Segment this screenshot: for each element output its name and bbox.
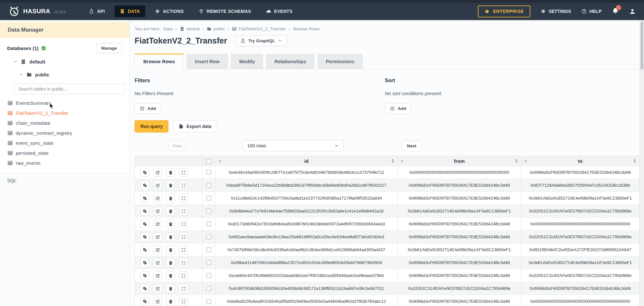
breadcrumb-item-public[interactable]: public xyxy=(207,26,225,31)
edit-row-button[interactable] xyxy=(153,181,162,190)
scrollbar-thumb[interactable] xyxy=(640,22,643,70)
sidebar-item-table-fiattokenv2-2-transfer[interactable]: FiatTokenV2_2_Transfer xyxy=(0,108,129,118)
collapse-column-icon[interactable] xyxy=(400,159,404,163)
breadcrumb-item-browse-rows[interactable]: Browse Rows xyxy=(293,26,320,31)
tab-browse-rows[interactable]: Browse Rows xyxy=(135,54,184,69)
run-query-button[interactable]: Run query xyxy=(135,120,168,133)
breadcrumb-item-fiattokenv2-2-transfer[interactable]: FiatTokenV2_2_Transfer xyxy=(232,26,286,31)
clone-row-button[interactable] xyxy=(140,297,149,306)
sort-column-icon[interactable] xyxy=(632,159,637,163)
delete-row-button[interactable] xyxy=(166,207,175,215)
settings-button[interactable]: SETTINGS xyxy=(541,9,571,14)
row-checkbox[interactable] xyxy=(206,183,211,188)
sidebar-item-schema-public[interactable]: public xyxy=(0,68,129,81)
delete-row-button[interactable] xyxy=(166,220,175,228)
edit-row-button[interactable] xyxy=(153,297,162,306)
tab-relationships[interactable]: Relationships xyxy=(266,54,314,69)
expand-row-button[interactable] xyxy=(179,168,188,177)
search-tables-input[interactable] xyxy=(14,84,125,94)
delete-row-button[interactable] xyxy=(166,271,175,280)
delete-row-button[interactable] xyxy=(166,245,175,254)
tab-permissions[interactable]: Permissions xyxy=(317,54,363,69)
manage-button[interactable]: Manage xyxy=(96,43,122,53)
clone-row-button[interactable] xyxy=(140,207,149,215)
expand-row-button[interactable] xyxy=(179,194,188,202)
notifications-button[interactable] xyxy=(612,7,619,15)
edit-row-button[interactable] xyxy=(153,245,162,254)
expand-row-button[interactable] xyxy=(179,232,188,241)
row-checkbox[interactable] xyxy=(206,196,211,201)
delete-row-button[interactable] xyxy=(166,194,175,202)
delete-row-button[interactable] xyxy=(166,297,175,306)
collapse-column-icon[interactable] xyxy=(218,159,222,163)
row-checkbox[interactable] xyxy=(206,222,211,226)
sidebar-item-table-dynamic-contract-registry[interactable]: dynamic_contract_registry xyxy=(0,128,129,138)
edit-row-button[interactable] xyxy=(153,284,162,293)
sidebar-item-table-raw-events[interactable]: raw_events xyxy=(0,158,129,168)
expand-row-button[interactable] xyxy=(179,258,188,267)
sidebar-item-table-persisted-state[interactable]: persisted_state xyxy=(0,148,129,158)
row-checkbox[interactable] xyxy=(206,299,211,304)
expand-row-button[interactable] xyxy=(179,220,188,228)
prev-page-button[interactable]: Prev xyxy=(168,141,186,151)
tab-insert-row[interactable]: Insert Row xyxy=(186,54,228,69)
nav-item-events[interactable]: EVENTS xyxy=(261,5,298,17)
row-checkbox[interactable] xyxy=(206,247,211,252)
clone-row-button[interactable] xyxy=(140,220,149,228)
vertical-scrollbar[interactable] xyxy=(639,20,644,306)
row-checkbox[interactable] xyxy=(206,260,211,265)
expand-row-button[interactable] xyxy=(179,297,188,306)
clone-row-button[interactable] xyxy=(140,168,149,177)
edit-row-button[interactable] xyxy=(153,232,162,241)
delete-row-button[interactable] xyxy=(166,181,175,190)
hasura-brand[interactable]: HASURA v2.23.0 xyxy=(8,5,66,17)
delete-row-button[interactable] xyxy=(166,168,175,177)
next-page-button[interactable]: Next xyxy=(402,141,421,151)
nav-item-api[interactable]: API xyxy=(84,5,110,17)
sidebar-item-database-default[interactable]: default xyxy=(0,55,129,68)
user-menu-button[interactable] xyxy=(629,8,636,15)
sidebar-item-table-eventssummary[interactable]: EventsSummary xyxy=(0,98,129,108)
expand-row-button[interactable] xyxy=(179,245,188,254)
nav-item-data[interactable]: DATA xyxy=(115,5,145,17)
clone-row-button[interactable] xyxy=(140,284,149,293)
tab-modify[interactable]: Modify xyxy=(231,54,263,69)
clone-row-button[interactable] xyxy=(140,258,149,267)
expand-row-button[interactable] xyxy=(179,181,188,190)
rows-per-page-select[interactable]: 100 rows xyxy=(242,140,344,151)
clone-row-button[interactable] xyxy=(140,181,149,190)
row-checkbox[interactable] xyxy=(206,273,211,278)
nav-item-remote-schemas[interactable]: REMOTE SCHEMAS xyxy=(194,5,256,17)
help-button[interactable]: HELP xyxy=(582,9,601,14)
sort-column-icon[interactable] xyxy=(391,159,395,163)
nav-item-actions[interactable]: ACTIONS xyxy=(150,5,189,17)
breadcrumb-item-default[interactable]: default xyxy=(180,26,200,31)
row-checkbox[interactable] xyxy=(206,286,211,291)
export-data-button[interactable]: Export data xyxy=(173,120,216,133)
sidebar-item-sql[interactable]: SQL xyxy=(0,173,129,188)
expand-row-button[interactable] xyxy=(179,284,188,293)
row-checkbox[interactable] xyxy=(206,170,211,175)
delete-row-button[interactable] xyxy=(166,232,175,241)
row-checkbox[interactable] xyxy=(206,209,211,213)
edit-row-button[interactable] xyxy=(153,194,162,202)
delete-row-button[interactable] xyxy=(166,258,175,267)
expand-row-button[interactable] xyxy=(179,207,188,215)
clone-row-button[interactable] xyxy=(140,232,149,241)
enterprise-button[interactable]: ENTERPRISE xyxy=(478,5,530,17)
clone-row-button[interactable] xyxy=(140,194,149,202)
row-checkbox[interactable] xyxy=(206,234,211,239)
select-all-checkbox[interactable] xyxy=(206,159,211,164)
add-sort-button[interactable]: Add xyxy=(385,103,411,114)
edit-row-button[interactable] xyxy=(153,220,162,228)
breadcrumb-item-data[interactable]: Data xyxy=(164,26,173,31)
clone-row-button[interactable] xyxy=(140,271,149,280)
edit-row-button[interactable] xyxy=(153,258,162,267)
try-graphql-button[interactable]: Try GraphQL xyxy=(235,35,287,46)
expand-row-button[interactable] xyxy=(179,271,188,280)
sort-column-icon[interactable] xyxy=(514,159,519,163)
edit-row-button[interactable] xyxy=(153,207,162,215)
edit-row-button[interactable] xyxy=(153,168,162,177)
sidebar-item-table-chain-metadata[interactable]: chain_metadata xyxy=(0,118,129,128)
collapse-column-icon[interactable] xyxy=(524,159,527,163)
